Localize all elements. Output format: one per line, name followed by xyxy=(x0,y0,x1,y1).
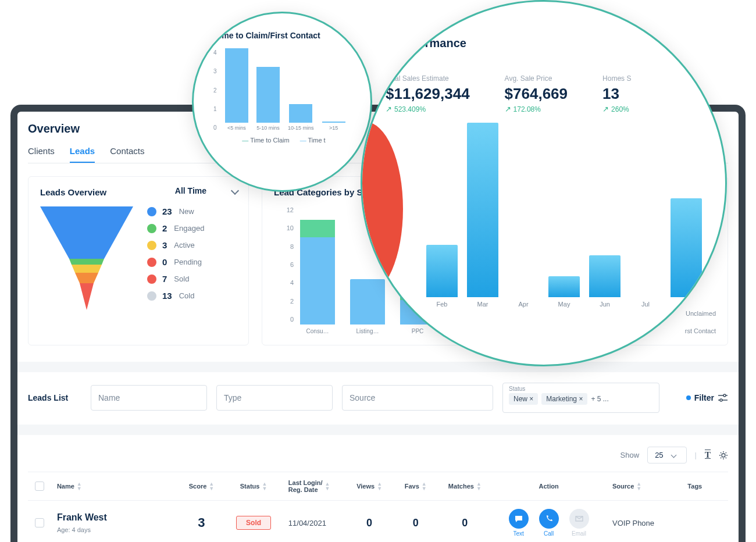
favs-count: 0 xyxy=(413,517,419,529)
row-checkbox[interactable] xyxy=(35,518,44,527)
tab-leads[interactable]: Leads xyxy=(70,146,95,163)
last-login: 11/04/2021 xyxy=(288,519,326,527)
range-label: All Time xyxy=(175,186,206,195)
lead-source: VOIP Phone xyxy=(612,519,654,527)
status-badge: Sold xyxy=(236,516,271,530)
filter-source-input[interactable]: Source xyxy=(342,385,493,411)
table-header: Name▲▼ Score▲▼ Status▲▼ Last Login/ Reg.… xyxy=(28,472,728,501)
action-text-button[interactable]: Text xyxy=(509,509,529,537)
leads-list-filters: Leads List Name Type Source Status New ×… xyxy=(28,383,728,413)
svg-marker-2 xyxy=(72,265,102,273)
show-label: Show xyxy=(621,451,640,459)
filter-active-dot-icon xyxy=(686,395,691,400)
legend-sold: 7Sold xyxy=(147,274,204,284)
svg-marker-3 xyxy=(75,273,98,283)
action-email-button[interactable]: Email xyxy=(569,509,589,537)
mag1-title: Time to Claim/First Contact xyxy=(215,31,353,40)
leads-list-label: Leads List xyxy=(28,393,81,402)
action-call-button[interactable]: Call xyxy=(539,509,559,537)
gear-icon[interactable] xyxy=(719,451,728,460)
page-size-select[interactable]: 25 xyxy=(647,447,686,463)
svg-point-6 xyxy=(723,394,726,397)
tab-clients[interactable]: Clients xyxy=(28,146,55,163)
chip-marketing[interactable]: Marketing × xyxy=(541,393,587,405)
legend-new: 23New xyxy=(147,206,204,216)
legend-engaged: 2Engaged xyxy=(147,223,204,233)
filter-status-input[interactable]: Status New × Marketing × + 5 ... xyxy=(502,383,659,413)
chip-new[interactable]: New × xyxy=(509,393,538,405)
svg-marker-0 xyxy=(40,206,133,259)
kpi-avg-price: Avg. Sale Price $764,669 172.08% xyxy=(505,74,568,113)
time-to-claim-chart: 43210 <5 mins 5-10 mins 10-15 mins >15 xyxy=(215,49,353,131)
zoom-performance: y Performance GCI Total Sales Estimate $… xyxy=(361,0,727,366)
label-firstcontact: rst Contact xyxy=(685,327,716,334)
perf-sub: GCI xyxy=(386,52,702,62)
legend-time-claim: Time to Claim xyxy=(242,137,289,144)
funnel-legend: 23New 2Engaged 3Active 0Pending 7Sold 13… xyxy=(147,206,204,301)
select-all-checkbox[interactable] xyxy=(35,482,44,491)
matches-count: 0 xyxy=(462,517,468,529)
kpi-homes-sold: Homes S 13 260% xyxy=(602,74,631,113)
lead-age: Age: 4 days xyxy=(57,526,91,533)
kpi-total-sales: Total Sales Estimate $11,629,344 523.409… xyxy=(386,74,470,113)
chat-icon xyxy=(509,509,529,529)
svg-point-9 xyxy=(722,454,725,457)
filter-button[interactable]: Filter xyxy=(686,393,728,402)
legend-time-contact: Time t xyxy=(300,137,326,144)
chevron-down-icon xyxy=(231,187,239,195)
table-row[interactable]: Frank West Age: 4 days 3 Sold 11/04/2021… xyxy=(28,501,728,542)
chip-more[interactable]: + 5 ... xyxy=(591,395,608,403)
filter-name-input[interactable]: Name xyxy=(91,385,207,411)
lead-name: Frank West xyxy=(57,512,107,523)
perf-title: y Performance xyxy=(386,37,702,50)
svg-marker-1 xyxy=(69,259,104,265)
zoom-time-to-claim: Time to Claim/First Contact 43210 <5 min… xyxy=(192,12,372,192)
range-dropdown[interactable]: All Time xyxy=(175,186,238,195)
leads-overview-card: Leads Overview All Time 23New 2Engaged 3… xyxy=(28,176,249,345)
sliders-icon xyxy=(718,394,728,402)
tab-contacts[interactable]: Contacts xyxy=(110,146,144,163)
filter-type-input[interactable]: Type xyxy=(216,385,333,411)
performance-chart: Jan Feb Mar Apr May Jun Jul Aug xyxy=(386,127,702,308)
svg-marker-4 xyxy=(80,283,94,310)
table-controls: Show 25 | T xyxy=(28,447,728,463)
funnel-chart xyxy=(40,206,133,317)
label-unclaimed: Unclaimed xyxy=(686,310,716,317)
lead-score: 3 xyxy=(198,515,205,530)
svg-point-8 xyxy=(720,399,722,401)
views-count: 0 xyxy=(366,517,372,529)
legend-pending: 0Pending xyxy=(147,257,204,267)
phone-icon xyxy=(539,509,559,529)
mail-icon xyxy=(569,509,589,529)
text-size-icon[interactable]: T xyxy=(705,450,711,460)
legend-active: 3Active xyxy=(147,240,204,250)
legend-cold: 13Cold xyxy=(147,291,204,301)
